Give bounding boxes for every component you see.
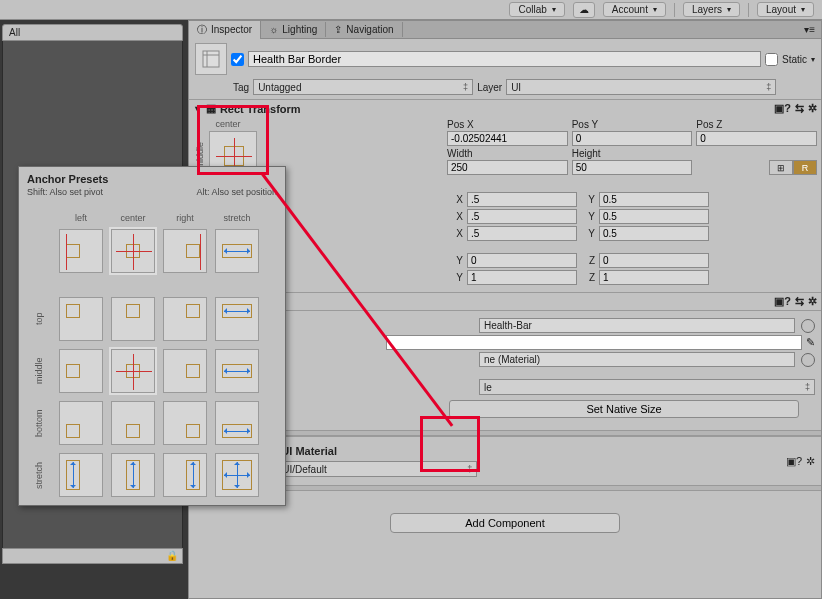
row-middle: middle xyxy=(34,347,44,395)
tag-dropdown[interactable]: Untagged xyxy=(253,79,473,95)
fold-icon[interactable]: ▼ xyxy=(193,104,202,114)
popup-title: Anchor Presets xyxy=(23,171,281,187)
anchor-bottom-right[interactable] xyxy=(163,401,207,445)
static-checkbox[interactable] xyxy=(765,53,778,66)
rect-transform-title: Rect Transform xyxy=(220,103,301,115)
vec-y-5[interactable] xyxy=(467,270,577,285)
anchor-none-right[interactable] xyxy=(163,229,207,273)
layout-label: Layout xyxy=(766,4,796,15)
static-dropdown-icon[interactable]: ▾ xyxy=(811,55,815,64)
anchor-top-stretch[interactable] xyxy=(215,297,259,341)
anchor-bottom-left[interactable] xyxy=(59,401,103,445)
help-icon[interactable]: ▣? xyxy=(774,102,791,115)
image-type-value: le xyxy=(484,382,492,393)
tab-menu-icon[interactable]: ▾≡ xyxy=(798,24,821,35)
anchor-grid: left center right stretch top middle bot… xyxy=(23,201,281,501)
tab-inspector[interactable]: ⓘInspector xyxy=(189,21,261,39)
tag-value: Untagged xyxy=(258,82,301,93)
cloud-button[interactable]: ☁ xyxy=(573,2,595,18)
anchor-bottom-center[interactable] xyxy=(111,401,155,445)
vec-z-4[interactable] xyxy=(599,253,709,268)
anchor-top-left[interactable] xyxy=(59,297,103,341)
anchor-middle-right[interactable] xyxy=(163,349,207,393)
vec-z-5[interactable] xyxy=(599,270,709,285)
help-icon[interactable]: ▣? xyxy=(786,455,802,468)
anchor-middle-left[interactable] xyxy=(59,349,103,393)
anchor-stretch-right[interactable] xyxy=(163,453,207,497)
sprite-field[interactable]: Health-Bar xyxy=(479,318,795,333)
blueprint-button[interactable]: ⊞ xyxy=(769,160,793,175)
add-component-button[interactable]: Add Component xyxy=(390,513,620,533)
vec-y-3[interactable] xyxy=(599,226,709,241)
vec-y-4[interactable] xyxy=(467,253,577,268)
material-value: ne (Material) xyxy=(484,354,540,365)
object-picker-icon[interactable] xyxy=(801,353,815,367)
vec-x-1[interactable] xyxy=(467,192,577,207)
rect-transform-header[interactable]: ▼ ▦ Rect Transform ▣? ⇆ ✲ xyxy=(189,100,821,117)
anchor-top-right[interactable] xyxy=(163,297,207,341)
r-label: R xyxy=(802,163,809,173)
posx-label: Pos X xyxy=(447,119,568,131)
gear-icon[interactable]: ✲ xyxy=(808,295,817,308)
cloud-icon: ☁ xyxy=(579,4,589,15)
anchor-middle-center[interactable] xyxy=(111,349,155,393)
layout-button[interactable]: Layout xyxy=(757,2,814,17)
material-title: Default UI Material xyxy=(241,445,780,457)
object-icon xyxy=(195,43,227,75)
enable-checkbox[interactable] xyxy=(231,53,244,66)
anchor-none-left[interactable] xyxy=(59,229,103,273)
preset-icon[interactable]: ⇆ xyxy=(795,295,804,308)
separator xyxy=(748,3,749,17)
vec-x-2[interactable] xyxy=(467,209,577,224)
anchor-stretch-left[interactable] xyxy=(59,453,103,497)
anchor-top-label: center xyxy=(199,119,257,129)
vec-y-2[interactable] xyxy=(599,209,709,224)
object-name-input[interactable] xyxy=(248,51,761,67)
vec-x-3[interactable] xyxy=(467,226,577,241)
posy-label: Pos Y xyxy=(572,119,693,131)
col-center: center xyxy=(109,213,157,223)
set-native-size-button[interactable]: Set Native Size xyxy=(449,400,799,418)
width-input[interactable] xyxy=(447,160,568,175)
vec-y-1[interactable] xyxy=(599,192,709,207)
anchor-none-stretch[interactable] xyxy=(215,229,259,273)
posz-label: Pos Z xyxy=(696,119,817,131)
gear-icon[interactable]: ✲ xyxy=(806,455,815,468)
sun-icon: ☼ xyxy=(269,24,278,35)
raw-edit-button[interactable]: R xyxy=(793,160,817,175)
posy-input[interactable] xyxy=(572,131,693,146)
eyedropper-icon[interactable]: ✎ xyxy=(806,336,815,349)
posx-input[interactable] xyxy=(447,131,568,146)
material-field[interactable]: ne (Material) xyxy=(479,352,795,367)
anchor-stretch-center[interactable] xyxy=(111,453,155,497)
object-picker-icon[interactable] xyxy=(801,319,815,333)
col-left: left xyxy=(57,213,105,223)
tab-lighting[interactable]: ☼Lighting xyxy=(261,22,326,37)
sprite-value: Health-Bar xyxy=(484,320,532,331)
alt-hint: Alt: Also set position xyxy=(196,187,277,197)
tab-navigation[interactable]: ⇪Navigation xyxy=(326,22,402,37)
lock-icon[interactable]: 🔒 xyxy=(166,550,178,561)
position-grid: Pos X Pos Y Pos Z Width Height ⊞ R xyxy=(447,119,817,175)
gear-icon[interactable]: ✲ xyxy=(808,102,817,115)
posz-input[interactable] xyxy=(696,131,817,146)
preset-icon[interactable]: ⇆ xyxy=(795,102,804,115)
collab-label: Collab xyxy=(518,4,546,15)
help-icon[interactable]: ▣? xyxy=(774,295,791,308)
height-input[interactable] xyxy=(572,160,693,175)
separator xyxy=(674,3,675,17)
collab-button[interactable]: Collab xyxy=(509,2,564,17)
anchor-none-center[interactable] xyxy=(111,229,155,273)
layers-button[interactable]: Layers xyxy=(683,2,740,17)
anchor-bottom-stretch[interactable] xyxy=(215,401,259,445)
layer-dropdown[interactable]: UI xyxy=(506,79,776,95)
account-button[interactable]: Account xyxy=(603,2,666,17)
anchor-stretch-stretch[interactable] xyxy=(215,453,259,497)
anchor-middle-stretch[interactable] xyxy=(215,349,259,393)
hierarchy-search-label: All xyxy=(9,27,20,38)
hierarchy-search[interactable]: All xyxy=(2,24,183,41)
shader-dropdown[interactable]: UI/Default xyxy=(277,461,477,477)
color-swatch[interactable] xyxy=(386,335,801,350)
image-type-dropdown[interactable]: le xyxy=(479,379,815,395)
anchor-top-center[interactable] xyxy=(111,297,155,341)
